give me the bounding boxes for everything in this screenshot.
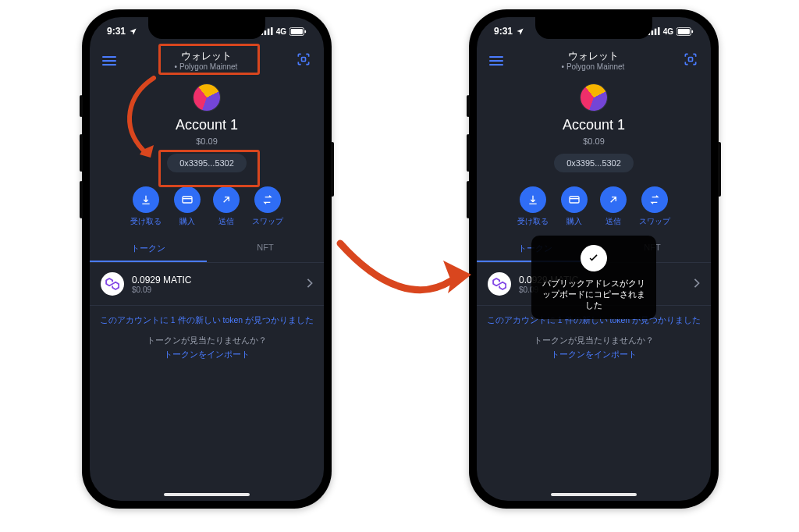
action-row: 受け取る 購入 送信 スワップ — [90, 186, 324, 227]
send-button[interactable]: 送信 — [213, 186, 240, 227]
swap-button[interactable]: スワップ — [252, 186, 283, 227]
phone-notch — [535, 17, 652, 39]
token-not-found-text: トークンが見当たりませんか？ — [90, 331, 324, 348]
phone-frame-right: 9:31 4G ウォレット Polygon Mainnet — [469, 9, 719, 509]
chevron-right-icon — [694, 277, 700, 291]
toast-message: パブリックアドレスがクリップボードにコピーされました — [539, 278, 648, 311]
polygon-logo-icon — [101, 272, 124, 296]
token-fiat: $0.09 — [132, 286, 299, 294]
tab-tokens[interactable]: トークン — [90, 236, 207, 262]
svg-rect-6 — [304, 30, 306, 32]
battery-icon — [676, 27, 694, 36]
phone-side-button — [467, 181, 470, 218]
asset-tabs: トークン NFT — [90, 236, 324, 263]
home-indicator[interactable] — [551, 493, 637, 496]
send-label: 送信 — [605, 216, 621, 227]
receive-button[interactable]: 受け取る — [130, 186, 162, 227]
status-time: 9:31 — [107, 26, 126, 37]
status-time: 9:31 — [494, 26, 513, 37]
account-avatar[interactable] — [194, 84, 220, 111]
token-amount: 0.0929 MATIC — [132, 275, 299, 286]
copied-toast: パブリックアドレスがクリップボードにコピーされました — [531, 236, 656, 319]
polygon-logo-icon — [488, 272, 511, 296]
swap-button[interactable]: スワップ — [639, 186, 670, 227]
svg-rect-3 — [271, 27, 273, 35]
import-token-link[interactable]: トークンをインポート — [477, 348, 711, 367]
svg-rect-7 — [302, 57, 306, 61]
screen-right: 9:31 4G ウォレット Polygon Mainnet — [477, 17, 711, 501]
buy-label: 購入 — [179, 216, 195, 227]
menu-button[interactable] — [489, 56, 503, 66]
svg-rect-12 — [658, 27, 660, 35]
screen-left: 9:31 4G ウォレット Polygon Mainnet — [90, 17, 324, 501]
receive-label: 受け取る — [130, 216, 162, 227]
arrow-up-right-icon — [220, 193, 233, 206]
action-row: 受け取る 購入 送信 スワップ — [477, 186, 711, 227]
account-balance: $0.09 — [477, 137, 711, 146]
svg-rect-1 — [264, 30, 266, 35]
status-carrier: 4G — [276, 27, 286, 36]
svg-rect-11 — [654, 29, 656, 35]
swap-label: スワップ — [639, 216, 670, 227]
send-label: 送信 — [218, 216, 234, 227]
location-arrow-icon — [516, 27, 524, 36]
header-title-group[interactable]: ウォレット Polygon Mainnet — [562, 50, 625, 72]
annotation-box-header — [158, 44, 260, 75]
svg-rect-8 — [183, 197, 192, 203]
svg-rect-15 — [691, 30, 693, 32]
annotation-box-address — [158, 150, 260, 187]
buy-label: 購入 — [566, 216, 582, 227]
battery-icon — [289, 27, 307, 36]
swap-icon — [261, 193, 274, 206]
phone-side-button — [80, 134, 83, 172]
phone-side-button — [80, 95, 83, 117]
receive-label: 受け取る — [517, 216, 549, 227]
transition-arrow — [334, 234, 474, 320]
tab-nft[interactable]: NFT — [207, 236, 324, 262]
card-icon — [181, 193, 194, 206]
buy-button[interactable]: 購入 — [561, 186, 588, 227]
phone-side-button — [331, 142, 334, 197]
phone-side-button — [467, 134, 470, 172]
phone-frame-left: 9:31 4G ウォレット Polygon Mainnet — [82, 9, 332, 509]
copy-address-button[interactable]: 0x3395...5302 — [554, 154, 634, 172]
svg-rect-2 — [267, 29, 269, 35]
phone-side-button — [80, 181, 83, 218]
annotation-arrow-small — [113, 72, 168, 165]
card-icon — [568, 193, 581, 206]
svg-rect-16 — [689, 57, 693, 61]
menu-button[interactable] — [102, 56, 116, 66]
svg-rect-10 — [651, 30, 653, 35]
arrow-up-right-icon — [607, 193, 620, 206]
header-network: Polygon Mainnet — [562, 62, 625, 72]
account-name[interactable]: Account 1 — [477, 117, 711, 133]
svg-rect-17 — [570, 197, 579, 203]
phone-side-button — [718, 142, 721, 197]
receive-button[interactable]: 受け取る — [517, 186, 549, 227]
import-token-link[interactable]: トークンをインポート — [90, 348, 324, 367]
swap-icon — [648, 193, 661, 206]
swap-label: スワップ — [252, 216, 283, 227]
buy-button[interactable]: 購入 — [174, 186, 201, 227]
location-arrow-icon — [129, 27, 137, 36]
svg-rect-14 — [678, 29, 690, 34]
new-token-found-link[interactable]: このアカウントに 1 件の新しい token が見つかりました — [90, 306, 324, 331]
home-indicator[interactable] — [164, 493, 250, 496]
account-avatar[interactable] — [581, 84, 607, 111]
status-carrier: 4G — [663, 27, 673, 36]
send-button[interactable]: 送信 — [600, 186, 627, 227]
token-not-found-text: トークンが見当たりませんか？ — [477, 331, 711, 348]
svg-rect-5 — [291, 29, 303, 34]
comparison-stage: 9:31 4G ウォレット Polygon Mainnet — [0, 0, 799, 532]
token-row-matic[interactable]: 0.0929 MATIC $0.09 — [90, 263, 324, 306]
download-icon — [140, 193, 152, 206]
check-circle-icon — [581, 245, 607, 271]
scan-qr-button[interactable] — [683, 51, 698, 70]
phone-side-button — [467, 95, 470, 117]
phone-notch — [148, 17, 265, 39]
chevron-right-icon — [307, 277, 313, 291]
scan-qr-button[interactable] — [296, 51, 311, 70]
header-title: ウォレット — [562, 50, 625, 62]
app-topbar: ウォレット Polygon Mainnet — [477, 50, 711, 72]
download-icon — [527, 193, 539, 206]
